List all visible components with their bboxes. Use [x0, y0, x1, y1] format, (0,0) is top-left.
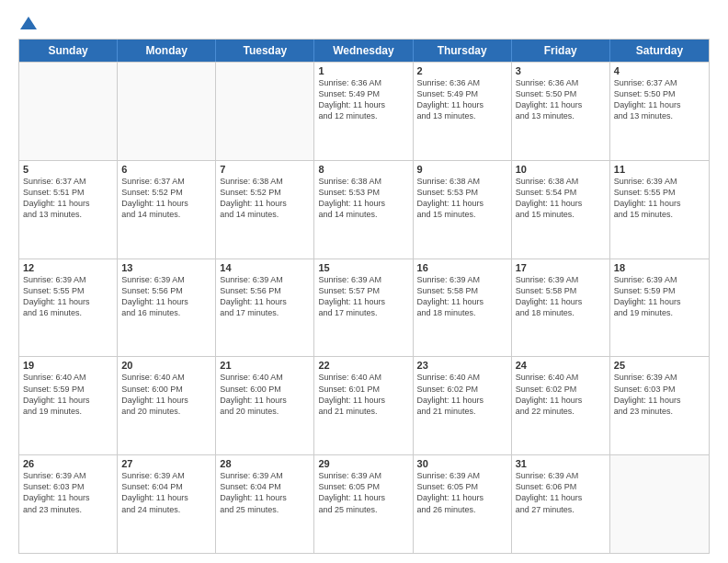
- day-info: Sunrise: 6:39 AM Sunset: 5:56 PM Dayligh…: [121, 274, 211, 319]
- day-number: 3: [516, 65, 606, 76]
- day-info: Sunrise: 6:40 AM Sunset: 6:01 PM Dayligh…: [318, 372, 408, 417]
- day-number: 11: [614, 164, 705, 175]
- day-info: Sunrise: 6:39 AM Sunset: 5:57 PM Dayligh…: [318, 274, 408, 319]
- calendar-day-14: 14Sunrise: 6:39 AM Sunset: 5:56 PM Dayli…: [216, 259, 314, 357]
- calendar-day-12: 12Sunrise: 6:39 AM Sunset: 5:55 PM Dayli…: [19, 259, 118, 357]
- calendar-day-25: 25Sunrise: 6:39 AM Sunset: 6:03 PM Dayli…: [610, 357, 709, 454]
- day-number: 13: [121, 262, 211, 273]
- calendar: SundayMondayTuesdayWednesdayThursdayFrid…: [18, 39, 710, 554]
- calendar-day-1: 1Sunrise: 6:36 AM Sunset: 5:49 PM Daylig…: [314, 63, 413, 160]
- day-info: Sunrise: 6:36 AM Sunset: 5:50 PM Dayligh…: [516, 77, 606, 122]
- day-number: 16: [417, 262, 507, 273]
- day-info: Sunrise: 6:39 AM Sunset: 5:56 PM Dayligh…: [220, 274, 310, 319]
- calendar-empty-cell: [118, 63, 216, 160]
- day-info: Sunrise: 6:40 AM Sunset: 6:00 PM Dayligh…: [220, 372, 310, 417]
- calendar-week-4: 19Sunrise: 6:40 AM Sunset: 5:59 PM Dayli…: [19, 356, 709, 454]
- calendar-day-31: 31Sunrise: 6:39 AM Sunset: 6:06 PM Dayli…: [512, 455, 610, 553]
- day-info: Sunrise: 6:40 AM Sunset: 6:00 PM Dayligh…: [121, 372, 211, 417]
- calendar-day-29: 29Sunrise: 6:39 AM Sunset: 6:05 PM Dayli…: [314, 455, 413, 553]
- day-number: 25: [614, 360, 705, 371]
- day-info: Sunrise: 6:38 AM Sunset: 5:54 PM Dayligh…: [516, 176, 606, 221]
- calendar-day-30: 30Sunrise: 6:39 AM Sunset: 6:05 PM Dayli…: [414, 455, 512, 553]
- day-info: Sunrise: 6:39 AM Sunset: 5:58 PM Dayligh…: [417, 274, 507, 319]
- calendar-day-17: 17Sunrise: 6:39 AM Sunset: 5:58 PM Dayli…: [512, 259, 610, 357]
- day-number: 20: [121, 360, 211, 371]
- header-day-thursday: Thursday: [414, 40, 512, 62]
- calendar-day-8: 8Sunrise: 6:38 AM Sunset: 5:53 PM Daylig…: [314, 161, 413, 259]
- calendar-day-9: 9Sunrise: 6:38 AM Sunset: 5:53 PM Daylig…: [414, 161, 512, 259]
- calendar-week-3: 12Sunrise: 6:39 AM Sunset: 5:55 PM Dayli…: [19, 259, 709, 357]
- calendar-header: SundayMondayTuesdayWednesdayThursdayFrid…: [19, 40, 709, 62]
- calendar-day-24: 24Sunrise: 6:40 AM Sunset: 6:02 PM Dayli…: [512, 357, 610, 454]
- calendar-day-22: 22Sunrise: 6:40 AM Sunset: 6:01 PM Dayli…: [314, 357, 413, 454]
- calendar-day-7: 7Sunrise: 6:38 AM Sunset: 5:52 PM Daylig…: [216, 161, 314, 259]
- day-number: 15: [318, 262, 408, 273]
- day-number: 19: [23, 360, 113, 371]
- calendar-day-20: 20Sunrise: 6:40 AM Sunset: 6:00 PM Dayli…: [118, 357, 216, 454]
- day-info: Sunrise: 6:40 AM Sunset: 5:59 PM Dayligh…: [23, 372, 113, 417]
- day-number: 22: [318, 360, 408, 371]
- header-day-wednesday: Wednesday: [314, 40, 413, 62]
- day-info: Sunrise: 6:39 AM Sunset: 6:03 PM Dayligh…: [614, 372, 705, 417]
- day-number: 9: [417, 164, 507, 175]
- calendar-day-28: 28Sunrise: 6:39 AM Sunset: 6:04 PM Dayli…: [216, 455, 314, 553]
- day-number: 2: [417, 65, 507, 76]
- day-info: Sunrise: 6:39 AM Sunset: 5:55 PM Dayligh…: [23, 274, 113, 319]
- day-number: 10: [516, 164, 606, 175]
- page: SundayMondayTuesdayWednesdayThursdayFrid…: [0, 0, 728, 563]
- day-info: Sunrise: 6:40 AM Sunset: 6:02 PM Dayligh…: [516, 372, 606, 417]
- day-info: Sunrise: 6:39 AM Sunset: 6:06 PM Dayligh…: [516, 470, 606, 515]
- day-number: 23: [417, 360, 507, 371]
- calendar-empty-cell: [610, 455, 709, 553]
- header: [18, 15, 710, 31]
- calendar-day-23: 23Sunrise: 6:40 AM Sunset: 6:02 PM Dayli…: [414, 357, 512, 454]
- calendar-week-2: 5Sunrise: 6:37 AM Sunset: 5:51 PM Daylig…: [19, 160, 709, 259]
- day-info: Sunrise: 6:37 AM Sunset: 5:51 PM Dayligh…: [23, 176, 113, 221]
- day-info: Sunrise: 6:39 AM Sunset: 6:05 PM Dayligh…: [318, 470, 408, 515]
- day-info: Sunrise: 6:39 AM Sunset: 5:55 PM Dayligh…: [614, 176, 705, 221]
- header-day-tuesday: Tuesday: [216, 40, 314, 62]
- day-info: Sunrise: 6:39 AM Sunset: 6:04 PM Dayligh…: [220, 470, 310, 515]
- calendar-day-11: 11Sunrise: 6:39 AM Sunset: 5:55 PM Dayli…: [610, 161, 709, 259]
- calendar-day-21: 21Sunrise: 6:40 AM Sunset: 6:00 PM Dayli…: [216, 357, 314, 454]
- day-info: Sunrise: 6:36 AM Sunset: 5:49 PM Dayligh…: [417, 77, 507, 122]
- day-info: Sunrise: 6:39 AM Sunset: 5:59 PM Dayligh…: [614, 274, 705, 319]
- header-day-monday: Monday: [118, 40, 216, 62]
- calendar-empty-cell: [216, 63, 314, 160]
- calendar-day-27: 27Sunrise: 6:39 AM Sunset: 6:04 PM Dayli…: [118, 455, 216, 553]
- day-info: Sunrise: 6:37 AM Sunset: 5:50 PM Dayligh…: [614, 77, 705, 122]
- calendar-day-13: 13Sunrise: 6:39 AM Sunset: 5:56 PM Dayli…: [118, 259, 216, 357]
- calendar-day-10: 10Sunrise: 6:38 AM Sunset: 5:54 PM Dayli…: [512, 161, 610, 259]
- calendar-day-16: 16Sunrise: 6:39 AM Sunset: 5:58 PM Dayli…: [414, 259, 512, 357]
- day-number: 7: [220, 164, 310, 175]
- calendar-day-5: 5Sunrise: 6:37 AM Sunset: 5:51 PM Daylig…: [19, 161, 118, 259]
- calendar-day-19: 19Sunrise: 6:40 AM Sunset: 5:59 PM Dayli…: [19, 357, 118, 454]
- calendar-day-18: 18Sunrise: 6:39 AM Sunset: 5:59 PM Dayli…: [610, 259, 709, 357]
- day-info: Sunrise: 6:39 AM Sunset: 6:04 PM Dayligh…: [121, 470, 211, 515]
- day-info: Sunrise: 6:38 AM Sunset: 5:53 PM Dayligh…: [318, 176, 408, 221]
- day-number: 29: [318, 458, 408, 469]
- header-day-saturday: Saturday: [610, 40, 709, 62]
- calendar-day-2: 2Sunrise: 6:36 AM Sunset: 5:49 PM Daylig…: [414, 63, 512, 160]
- day-number: 31: [516, 458, 606, 469]
- header-day-friday: Friday: [512, 40, 610, 62]
- day-number: 8: [318, 164, 408, 175]
- calendar-body: 1Sunrise: 6:36 AM Sunset: 5:49 PM Daylig…: [19, 62, 709, 553]
- day-number: 14: [220, 262, 310, 273]
- day-number: 24: [516, 360, 606, 371]
- calendar-day-26: 26Sunrise: 6:39 AM Sunset: 6:03 PM Dayli…: [19, 455, 118, 553]
- day-number: 28: [220, 458, 310, 469]
- calendar-day-4: 4Sunrise: 6:37 AM Sunset: 5:50 PM Daylig…: [610, 63, 709, 160]
- day-info: Sunrise: 6:38 AM Sunset: 5:52 PM Dayligh…: [220, 176, 310, 221]
- day-info: Sunrise: 6:39 AM Sunset: 6:05 PM Dayligh…: [417, 470, 507, 515]
- logo-icon: [20, 15, 37, 31]
- day-info: Sunrise: 6:36 AM Sunset: 5:49 PM Dayligh…: [318, 77, 408, 122]
- day-number: 12: [23, 262, 113, 273]
- calendar-week-5: 26Sunrise: 6:39 AM Sunset: 6:03 PM Dayli…: [19, 454, 709, 553]
- calendar-day-6: 6Sunrise: 6:37 AM Sunset: 5:52 PM Daylig…: [118, 161, 216, 259]
- day-info: Sunrise: 6:39 AM Sunset: 6:03 PM Dayligh…: [23, 470, 113, 515]
- day-number: 1: [318, 65, 408, 76]
- day-number: 5: [23, 164, 113, 175]
- day-info: Sunrise: 6:40 AM Sunset: 6:02 PM Dayligh…: [417, 372, 507, 417]
- header-day-sunday: Sunday: [19, 40, 118, 62]
